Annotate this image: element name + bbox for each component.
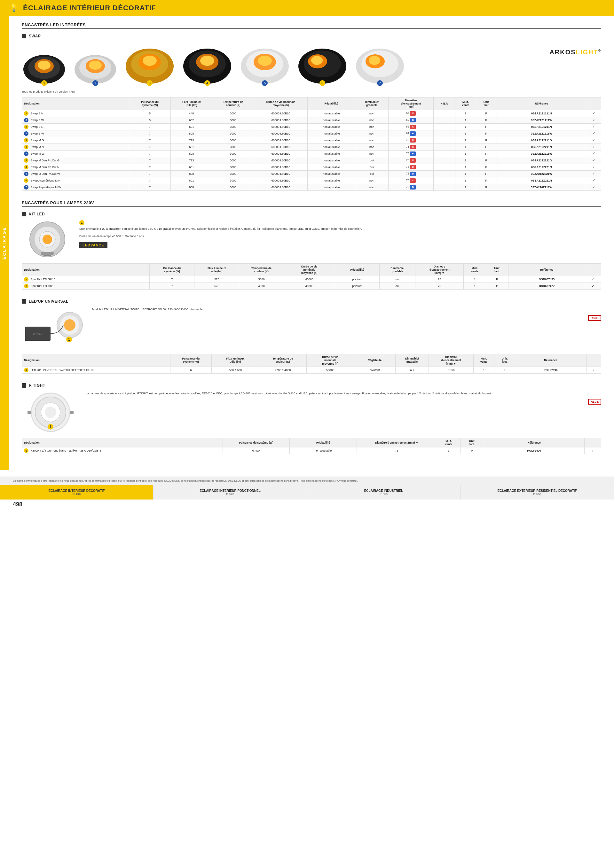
check-icon: ✓ (592, 165, 595, 169)
brand-trademark: ® (598, 49, 601, 53)
product-img-2: 2 (73, 52, 118, 84)
th-dimmable: Dimmable/gradable (355, 98, 389, 110)
cell-designation: 4 Swap M Dim Ph.Cut N (22, 164, 129, 170)
cell-nep (433, 123, 455, 130)
kit-description2: Durée de vie de la lampe 40 000 h. Garan… (79, 234, 601, 239)
rsce-logo-rtight: RSCE (588, 399, 601, 405)
cell-reglabilite: non ajustable (308, 164, 355, 170)
cell-mult: 1 (455, 123, 476, 130)
cell-name: Swap Asymétrique M N (31, 179, 61, 182)
footer-nav-item[interactable]: ÉCLAIRAGE INTÉRIEUR FONCTIONNEL P. 523 (154, 485, 307, 499)
sidebar-label: ÉCLAIRAGE (2, 226, 7, 260)
cell-flux: 601 (171, 123, 212, 130)
ledup-svg: DRIVER 1 (22, 307, 86, 349)
footer-nav-item[interactable]: ÉCLAIRAGE EXTÉRIEUR RÉSIDENTIEL DÉCORATI… (460, 485, 614, 499)
cell-puissance: 7 (129, 177, 171, 184)
cell-reference: 0SZA2122211G (497, 137, 586, 144)
cell-reglabilite: non ajustable (308, 184, 355, 191)
row-number-badge: 2 (24, 131, 28, 136)
cell-temp: 3000 (212, 177, 254, 184)
svg-point-19 (258, 56, 272, 66)
cell-designation: 7 Swap Asymétrique M W (22, 184, 129, 191)
cell-puissance: 7 (129, 123, 171, 130)
cell-duree: 60000 L80B10 (254, 137, 307, 144)
row-number-badge: 2 (24, 118, 28, 122)
cell-name: Swap M W (31, 152, 45, 155)
cell-diametre: 75 B (389, 170, 433, 177)
kit-th-temperature: Température decouleur (K) (239, 264, 284, 276)
footer-nav-item[interactable]: ÉCLAIRAGE INTÉRIEUR DÉCORATIF P. 493 (0, 485, 154, 499)
product-svg-4 (182, 45, 233, 84)
cell-reference: 0SZA2122211W (497, 150, 586, 157)
ledup-th-dimmable: Dimmable/gradable (396, 354, 429, 367)
cell-mult: 1 (455, 110, 476, 117)
svg-rect-46 (28, 411, 31, 414)
cell-name: RTIGHT 1/4 tour rond blanc mat fixe IP28… (31, 449, 101, 452)
th-diametre: Diamètred'encastrement(mm) (389, 98, 433, 110)
cell-check: ✓ (586, 157, 601, 164)
row-number-badge: 4 (24, 165, 28, 169)
ledup-desc-container: DRIVER 1 (22, 307, 601, 349)
cell-unit: P. (476, 150, 497, 157)
row-number-badge: 1 (24, 368, 28, 372)
nav-item-page: P. 559 (379, 493, 388, 496)
cell-diametre: 75 C (389, 177, 433, 184)
cell-puissance: 7 (150, 283, 194, 290)
kit-th-check (585, 264, 601, 276)
cell-temp: 3000 (212, 144, 254, 150)
table-row: 1 LED UP UNIVERSAL SWITCH RETROFIT GU10 … (22, 367, 601, 373)
cell-check: ✓ (586, 164, 601, 170)
svg-rect-33 (44, 255, 51, 256)
row-number-badge: 7 (24, 185, 28, 189)
cell-name: Swap S W (31, 118, 44, 121)
cell-dimmable: non (355, 117, 389, 123)
cell-temp: 3000 (212, 137, 254, 144)
cell-check: ✓ (586, 117, 601, 123)
cell-reglabilite: non ajustable (290, 448, 357, 454)
cell-check: ✓ (585, 283, 601, 290)
row-number-badge: 1 (24, 111, 28, 116)
nav-item-label: ÉCLAIRAGE INTÉRIEUR DÉCORATIF (5, 489, 148, 493)
table-row: 2 Swap S W 7 808 3000 60000 L80B10 non a… (22, 130, 601, 137)
svg-point-31 (42, 234, 52, 244)
svg-point-39 (64, 319, 75, 331)
cell-name: Swap M Dim Ph.Cut N (31, 165, 59, 169)
product-svg-1 (22, 52, 67, 84)
cell-duree: 50000 (306, 367, 354, 373)
rtight-th-reference: Référence (484, 438, 584, 447)
cell-unit: P. (460, 448, 484, 454)
cell-mult: 1 (455, 164, 476, 170)
section1-title: ENCASTRÉS LED INTÉGRÉES (22, 22, 601, 29)
rsce-badge-container: RSCE (92, 315, 601, 321)
cell-name: Swap M Dim Ph.Cut W (31, 172, 60, 175)
table-row: 6 Swap Asymétrique M N 7 601 3000 60000 … (22, 177, 601, 184)
cell-flux: 601 (171, 177, 212, 184)
cell-temp: 3000 (212, 150, 254, 157)
color-badge: B (410, 185, 416, 189)
subsection-ledup-label: LED'UP UNIVERSAL (22, 299, 601, 304)
cell-reference: 0SZA216Z211N (497, 177, 586, 184)
rtight-th-puissance: Puissance du système (W) (222, 438, 289, 447)
rtight-svg: 1 (22, 392, 79, 433)
product-img-5: 5 (239, 45, 291, 84)
footer-nav-item[interactable]: ÉCLAIRAGE INDUSTRIEL P. 559 (307, 485, 460, 499)
cell-check: ✓ (586, 367, 601, 373)
cell-nep (433, 117, 455, 123)
th-reference: Référence (497, 98, 586, 110)
cell-name: Swap S N (31, 112, 44, 115)
cell-dimmable: oui (355, 170, 389, 177)
cell-reference: 0SZA2122221W (497, 170, 586, 177)
rtight-th-mult: Mult.vente (437, 438, 460, 447)
cell-reglabilite: non ajustable (308, 123, 355, 130)
page-number-container: 498 (0, 499, 614, 510)
cell-diametre: 76 (357, 448, 437, 454)
product-svg-7 (354, 45, 406, 84)
cell-designation: 5 Swap M W (22, 150, 129, 157)
row-number-badge: 3 (24, 158, 28, 163)
row-number-badge: 5 (24, 152, 28, 156)
cell-reference: OSR607453 (508, 276, 585, 283)
kit-square (22, 212, 26, 216)
cell-temp: 3000 (212, 117, 254, 123)
cell-designation: 1 Spot Kit LED GU10 (22, 276, 150, 283)
cell-designation: 6 Swap Asymétrique M N (22, 177, 129, 184)
